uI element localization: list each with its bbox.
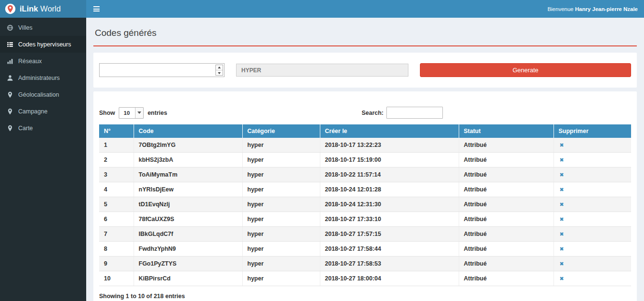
delete-icon: ✖	[560, 142, 564, 148]
category-cell: hyper	[242, 242, 320, 256]
sidebar-item-administrateurs[interactable]: Administrateurs	[0, 69, 86, 86]
code-count-input[interactable]	[100, 64, 215, 77]
main-content: Codes générés Generate Show 10	[86, 18, 644, 301]
sidebar-item-carte[interactable]: Carte	[0, 120, 86, 136]
status-cell: Attribué	[459, 153, 554, 167]
map-marker-icon	[7, 91, 14, 98]
table-row: 10KiBPirsrCdhyper2018-10-27 18:00:04Attr…	[99, 271, 631, 286]
delete-cell: ✖	[554, 271, 631, 286]
row-number-cell: 9	[99, 256, 134, 271]
table-header: N°CodeCatégorieCréer leStatutSupprimer	[99, 124, 631, 138]
delete-cell: ✖	[554, 138, 631, 153]
stepper-arrows-icon[interactable]	[215, 65, 223, 76]
page-length-select[interactable]: 10	[119, 107, 144, 119]
delete-code-button[interactable]: ✖	[559, 201, 565, 208]
created-date-cell: 2018-10-27 17:57:15	[320, 227, 459, 242]
delete-code-button[interactable]: ✖	[559, 275, 565, 282]
delete-code-button[interactable]: ✖	[559, 231, 565, 237]
column-header-supprimer[interactable]: Supprimer	[554, 124, 631, 138]
status-cell: Attribué	[459, 212, 554, 227]
column-header-categorie[interactable]: Catégorie	[242, 124, 320, 138]
table-body: 17OBtg2lmYGhyper2018-10-17 13:22:23Attri…	[99, 138, 631, 286]
delete-code-button[interactable]: ✖	[559, 216, 565, 223]
app-window: iLink World Bienvenue Hanry Jean-pierre …	[0, 0, 644, 301]
status-cell: Attribué	[459, 256, 554, 271]
code-cell: tD1EvqNzIj	[134, 197, 242, 212]
page-length-control: Show 10 entries	[99, 107, 167, 119]
sidebar-item-label: Administrateurs	[18, 75, 60, 81]
row-number-cell: 10	[99, 271, 134, 286]
search-control: Search:	[362, 107, 443, 119]
sidebar-item-reseaux[interactable]: Réseaux	[0, 53, 86, 69]
table-row: 9FGo1PyZTYShyper2018-10-27 17:58:53Attri…	[99, 256, 631, 271]
row-number-cell: 2	[99, 153, 134, 167]
delete-cell: ✖	[554, 182, 631, 197]
category-cell: hyper	[242, 271, 320, 286]
delete-cell: ✖	[554, 242, 631, 256]
created-date-cell: 2018-10-27 17:58:53	[320, 256, 459, 271]
map-marker-icon	[7, 125, 14, 132]
column-header-code[interactable]: Code	[134, 124, 242, 138]
sidebar-item-label: Carte	[18, 125, 33, 132]
category-cell: hyper	[242, 197, 320, 212]
code-cell: kbHS2j3zbA	[134, 153, 242, 167]
delete-code-button[interactable]: ✖	[559, 142, 565, 148]
column-header-n[interactable]: N°	[99, 124, 134, 138]
delete-code-button[interactable]: ✖	[559, 186, 565, 193]
codes-table-panel: Show 10 entries Search:	[93, 91, 637, 301]
sidebar-item-codes-hyperviseurs[interactable]: Codes hyperviseurs	[0, 36, 86, 53]
brand-text-light: World	[40, 4, 61, 13]
table-row: 3ToAiMymaTmhyper2018-10-22 11:57:14Attri…	[99, 167, 631, 182]
status-cell: Attribué	[459, 271, 554, 286]
table-info: Showing 1 to 10 of 218 entries	[99, 293, 631, 300]
sidebar-toggle-button[interactable]	[86, 0, 107, 18]
delete-cell: ✖	[554, 227, 631, 242]
table-row: 2kbHS2j3zbAhyper2018-10-17 15:19:00Attri…	[99, 153, 631, 167]
column-header-creer-le[interactable]: Créer le	[320, 124, 459, 138]
code-cell: KiBPirsrCd	[134, 271, 242, 286]
hamburger-icon	[93, 6, 100, 11]
table-row: 678fCaUXZ9Shyper2018-10-27 17:33:10Attri…	[99, 212, 631, 227]
delete-code-button[interactable]: ✖	[559, 156, 565, 163]
code-cell: FwdhzYphN9	[134, 242, 242, 256]
welcome-message[interactable]: Bienvenue Hanry Jean-pierre Nzale	[547, 6, 644, 12]
sidebar-menu: VillesCodes hyperviseursRéseauxAdministr…	[0, 19, 86, 136]
generate-button[interactable]: Generate	[420, 63, 631, 77]
delete-code-button[interactable]: ✖	[559, 260, 565, 267]
code-cell: nYRlsDjEew	[134, 182, 242, 197]
delete-icon: ✖	[560, 201, 564, 207]
sidebar-item-campagne[interactable]: Campagne	[0, 103, 86, 120]
category-cell: hyper	[242, 138, 320, 153]
table-controls: Show 10 entries Search:	[99, 107, 631, 119]
delete-cell: ✖	[554, 153, 631, 167]
delete-code-button[interactable]: ✖	[559, 245, 565, 252]
table-row: 17OBtg2lmYGhyper2018-10-17 13:22:23Attri…	[99, 138, 631, 153]
brand[interactable]: iLink World	[0, 0, 86, 18]
user-icon	[7, 75, 14, 81]
category-input[interactable]	[236, 64, 408, 77]
delete-icon: ✖	[560, 172, 564, 178]
delete-code-button[interactable]: ✖	[559, 171, 565, 178]
status-cell: Attribué	[459, 167, 554, 182]
code-cell: 7OBtg2lmYG	[134, 138, 242, 153]
created-date-cell: 2018-10-22 11:57:14	[320, 167, 459, 182]
code-cell: FGo1PyZTYS	[134, 256, 242, 271]
sidebar-item-villes[interactable]: Villes	[0, 19, 86, 36]
row-number-cell: 1	[99, 138, 134, 153]
code-count-stepper	[99, 63, 225, 77]
delete-cell: ✖	[554, 212, 631, 227]
generator-panel: Generate	[93, 53, 637, 88]
sidebar-item-label: Villes	[18, 24, 33, 31]
sidebar-item-geolocalisation[interactable]: Géolocalisation	[0, 86, 86, 103]
page-title: Codes générés	[93, 24, 637, 38]
column-header-statut[interactable]: Statut	[459, 124, 554, 138]
search-input[interactable]	[386, 107, 443, 119]
delete-cell: ✖	[554, 256, 631, 271]
status-cell: Attribué	[459, 242, 554, 256]
delete-icon: ✖	[560, 246, 564, 252]
delete-icon: ✖	[560, 276, 564, 281]
sidebar-item-label: Campagne	[18, 108, 47, 115]
page-length-value: 10	[119, 108, 135, 118]
code-cell: IBkGLqdC7f	[134, 227, 242, 242]
category-cell: hyper	[242, 227, 320, 242]
